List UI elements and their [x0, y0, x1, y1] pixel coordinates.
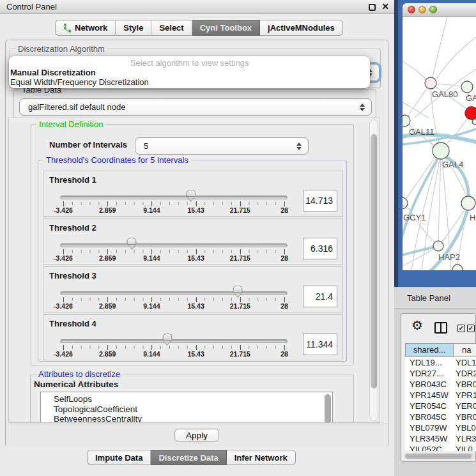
slider	[63, 286, 284, 298]
table-panel-window: ⚙ ✓ ✓ shared... na YDL19... YDL1 YDR27..…	[401, 313, 476, 462]
table-panel-title: Table Panel	[407, 293, 450, 303]
threshold-value-box[interactable]: 6.316	[303, 238, 337, 259]
slider-thumb[interactable]	[233, 286, 243, 293]
tick-label: 2.859	[99, 254, 116, 262]
cell-shared: YDR27...	[410, 368, 443, 379]
tick-label: -3.426	[54, 302, 73, 310]
column-header-name[interactable]: na	[454, 343, 476, 357]
tab-discretize-data[interactable]: Discretize Data	[151, 450, 226, 465]
table-row[interactable]: YBR045C YBR0	[405, 411, 476, 422]
control-panel-titlebar[interactable]: Control Panel ✕	[0, 0, 394, 14]
threshold-value-box[interactable]: 11.344	[303, 334, 337, 355]
table-row[interactable]: YIL052C YIL0	[405, 444, 476, 451]
cell-shared: YBR045C	[410, 411, 447, 422]
tab-label: Select	[159, 23, 183, 33]
tick-label: 28	[280, 302, 288, 310]
tab-label: Style	[123, 23, 143, 33]
slider	[63, 190, 284, 203]
table-row[interactable]: YDR27... YDR2	[405, 368, 476, 379]
table-row[interactable]: YPR145W YPR1	[405, 390, 476, 401]
node-gal4[interactable]	[433, 142, 449, 159]
tab-label: jActiveMNodules	[268, 23, 335, 33]
cell-shared: YDL19...	[410, 357, 442, 368]
right-region: GAL80 GA C GAL11 GAL4 GCY1 H HAP2 Table …	[394, 0, 476, 476]
cyni-toolbox-panel: Discretization Algorithm Select algorith…	[5, 40, 388, 447]
threshold-label: Threshold 4	[49, 319, 96, 328]
list-item[interactable]: BetweennessCentrality	[41, 414, 332, 423]
tick-label: 2.859	[99, 302, 116, 310]
list-scrollbar-thumb[interactable]	[325, 394, 331, 423]
table-header-row: shared... na	[405, 343, 476, 357]
numerical-attributes-label: Numerical Attributes	[34, 380, 118, 389]
tab-infer-network[interactable]: Infer Network	[227, 450, 296, 465]
gear-icon[interactable]: ⚙	[411, 318, 423, 332]
slider-ticks	[63, 346, 284, 349]
vertical-scrollbar[interactable]	[369, 119, 378, 421]
tab-select[interactable]: Select	[151, 20, 192, 36]
threshold-value-box[interactable]: 14.713	[303, 190, 337, 211]
table-row[interactable]: YBL079W YBL0	[405, 422, 476, 433]
table-row[interactable]: YDL19... YDL1	[405, 357, 476, 368]
slider-thumb[interactable]	[127, 238, 137, 245]
node-hap2[interactable]	[433, 241, 443, 251]
slider-thumb[interactable]	[186, 190, 196, 197]
column-header-shared[interactable]: shared...	[405, 343, 454, 357]
table-data-combobox[interactable]: galFiltered.sif default node	[19, 98, 372, 116]
tab-cyni-toolbox[interactable]: Cyni Toolbox	[192, 20, 260, 36]
tick-label: 21.715	[230, 302, 250, 310]
mac-minimize-button[interactable]	[418, 6, 426, 13]
node-gal11[interactable]	[403, 115, 410, 127]
node-label: GCY1	[403, 213, 426, 222]
tab-jactivemnodules[interactable]: jActiveMNodules	[260, 20, 343, 36]
checkbox-icon[interactable]: ✓	[457, 325, 465, 332]
slider	[63, 238, 284, 250]
slider-thumb[interactable]	[162, 334, 172, 341]
node[interactable]	[461, 81, 473, 93]
table-data-group: Table Data galFiltered.sif default node	[13, 89, 376, 118]
apply-button[interactable]: Apply	[174, 429, 219, 442]
mac-close-button[interactable]	[408, 6, 415, 13]
list-item[interactable]: SelfLoops	[41, 394, 332, 404]
table-row[interactable]: YER054C YER0	[405, 401, 476, 411]
node-gal80[interactable]	[425, 77, 436, 89]
list-item[interactable]: TopologicalCoefficient	[41, 404, 332, 415]
table-row[interactable]: YLR345W YLR3	[405, 433, 476, 444]
dropdown-option[interactable]: Equal Width/Frequency Discretization	[10, 77, 149, 87]
network-view[interactable]: GAL80 GA C GAL11 GAL4 GCY1 H HAP2	[403, 17, 476, 270]
threshold-value-box[interactable]: 21.4	[303, 286, 337, 307]
tab-network[interactable]: Network	[55, 20, 116, 36]
horizontal-scrollbar[interactable]	[404, 453, 475, 459]
control-panel-window: Control Panel ✕ Network Style Select Cyn…	[0, 0, 394, 476]
node[interactable]	[452, 265, 463, 270]
node-label: GA	[466, 93, 476, 103]
spinner-arrows-icon[interactable]	[296, 142, 302, 150]
float-window-icon[interactable]	[369, 4, 376, 11]
table-row[interactable]: YBR043C YBR0	[405, 379, 476, 390]
tab-label: Infer Network	[234, 453, 288, 463]
split-columns-icon[interactable]	[434, 322, 447, 334]
table-panel-bar: Table Panel	[394, 289, 476, 309]
node[interactable]	[461, 196, 475, 210]
tick-label: 9.144	[143, 254, 160, 262]
slider-ticks	[63, 250, 284, 253]
tab-label: Impute Data	[95, 453, 142, 463]
network-icon	[63, 23, 72, 33]
interval-definition-group: Interval Definition Number of Intervals …	[31, 124, 354, 365]
scrollbar-thumb[interactable]	[371, 134, 377, 388]
network-window-titlebar[interactable]	[403, 3, 476, 17]
dropdown-option[interactable]: Manual Discretization	[10, 68, 96, 77]
tick-label: 2.859	[99, 206, 116, 214]
close-icon[interactable]: ✕	[381, 1, 389, 12]
node-gcy1[interactable]	[403, 197, 408, 209]
scrollbar-thumb[interactable]	[405, 454, 472, 459]
tab-impute-data[interactable]: Impute Data	[87, 450, 151, 465]
checkbox-icon[interactable]: ✓	[467, 325, 475, 332]
threshold-panel: Threshold 2 -3.426 2.859 9.144 15.43 21.…	[43, 219, 343, 265]
tick-label: -3.426	[54, 350, 73, 358]
mac-zoom-button[interactable]	[429, 6, 437, 13]
num-intervals-spinner[interactable]: 5	[135, 137, 309, 155]
tab-style[interactable]: Style	[116, 20, 151, 36]
threshold-label: Threshold 2	[49, 223, 96, 233]
node-label: HAP2	[438, 252, 460, 262]
combo-arrows-icon	[360, 104, 365, 111]
